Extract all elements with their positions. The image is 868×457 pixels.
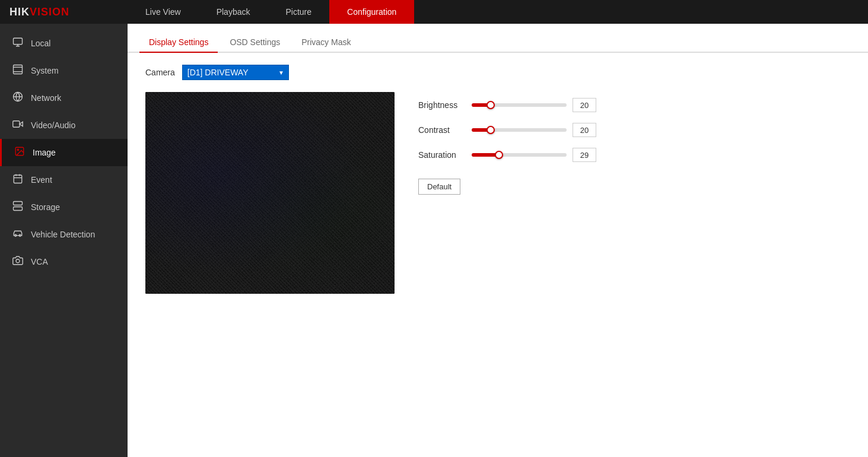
contrast-label: Contrast — [418, 125, 472, 135]
sidebar-label-image: Image — [33, 148, 56, 157]
sidebar-item-video-audio[interactable]: Video/Audio — [0, 112, 128, 139]
sidebar-item-local[interactable]: Local — [0, 30, 128, 57]
brightness-slider-thumb[interactable] — [487, 101, 495, 109]
network-icon — [12, 91, 24, 104]
sidebar-item-vehicle-detection[interactable]: Vehicle Detection — [0, 221, 128, 248]
sidebar-label-storage: Storage — [31, 202, 60, 212]
vca-icon — [12, 255, 24, 268]
camera-select-wrapper: [D1] DRIVEWAY [D2] FRONT [D3] BACK [D4] … — [182, 65, 289, 80]
svg-rect-7 — [13, 121, 20, 128]
camera-label: Camera — [145, 68, 175, 77]
contrast-value: 20 — [573, 123, 596, 137]
vehicle-icon — [12, 228, 24, 241]
logo: HIKVISION — [0, 6, 128, 18]
nav-items: Live View Playback Picture Configuration — [128, 0, 414, 24]
sidebar-label-system: System — [31, 66, 59, 75]
sidebar-label-local: Local — [31, 39, 50, 48]
saturation-row: Saturation 29 — [418, 148, 850, 162]
camera-select[interactable]: [D1] DRIVEWAY [D2] FRONT [D3] BACK [D4] … — [182, 65, 289, 80]
contrast-slider-thumb[interactable] — [487, 126, 495, 134]
nav-playback[interactable]: Playback — [199, 0, 268, 24]
contrast-slider-track[interactable] — [472, 128, 567, 132]
brightness-value: 20 — [573, 98, 596, 112]
brightness-slider-track[interactable] — [472, 103, 567, 107]
sidebar-item-event[interactable]: Event — [0, 166, 128, 193]
image-icon — [14, 146, 26, 159]
sidebar-label-vehicle-detection: Vehicle Detection — [31, 230, 95, 239]
svg-rect-22 — [145, 92, 395, 294]
sidebar-label-video-audio: Video/Audio — [31, 120, 75, 130]
contrast-row: Contrast 20 — [418, 123, 850, 137]
nav-configuration[interactable]: Configuration — [329, 0, 414, 24]
tab-display-settings[interactable]: Display Settings — [139, 33, 218, 53]
brightness-slider-container: 20 — [472, 98, 596, 112]
tab-privacy-mask[interactable]: Privacy Mask — [292, 33, 360, 53]
preview-lines-svg — [145, 92, 395, 294]
default-button[interactable]: Default — [418, 179, 460, 195]
tab-osd-settings[interactable]: OSD Settings — [220, 33, 290, 53]
nav-live-view[interactable]: Live View — [128, 0, 199, 24]
nav-picture[interactable]: Picture — [268, 0, 329, 24]
storage-icon — [12, 201, 24, 214]
saturation-slider-track[interactable] — [472, 153, 567, 157]
camera-row: Camera [D1] DRIVEWAY [D2] FRONT [D3] BAC… — [145, 65, 850, 80]
monitor-icon — [12, 37, 24, 50]
sidebar-item-image[interactable]: Image — [0, 139, 128, 166]
sidebar-label-vca: VCA — [31, 257, 48, 266]
sidebar-item-vca[interactable]: VCA — [0, 248, 128, 275]
top-navigation: HIKVISION Live View Playback Picture Con… — [0, 0, 868, 24]
tabs-bar: Display Settings OSD Settings Privacy Ma… — [128, 24, 868, 53]
sidebar-item-storage[interactable]: Storage — [0, 193, 128, 221]
sidebar-item-system[interactable]: System — [0, 57, 128, 84]
svg-rect-14 — [14, 202, 23, 205]
contrast-slider-container: 20 — [472, 123, 596, 137]
brightness-row: Brightness 20 — [418, 98, 850, 112]
system-icon — [12, 64, 24, 77]
display-settings-panel: Camera [D1] DRIVEWAY [D2] FRONT [D3] BAC… — [128, 53, 868, 306]
brightness-label: Brightness — [418, 100, 472, 110]
sidebar: Local System Network Video/Audio Image — [0, 24, 128, 457]
svg-rect-15 — [14, 207, 23, 211]
camera-preview — [145, 92, 395, 294]
sliders-panel: Brightness 20 Contrast — [418, 92, 850, 294]
video-icon — [12, 119, 24, 132]
main-layout: Local System Network Video/Audio Image — [0, 24, 868, 457]
saturation-slider-container: 29 — [472, 148, 596, 162]
svg-rect-0 — [14, 38, 23, 45]
sidebar-item-network[interactable]: Network — [0, 84, 128, 112]
svg-marker-6 — [20, 122, 23, 126]
content-area: Display Settings OSD Settings Privacy Ma… — [128, 24, 868, 457]
preview-image — [145, 92, 395, 294]
svg-rect-10 — [14, 175, 22, 183]
event-icon — [12, 173, 24, 186]
logo-text: HIKVISION — [9, 6, 69, 18]
svg-rect-1 — [14, 65, 23, 74]
saturation-value: 29 — [573, 148, 596, 162]
svg-point-9 — [17, 149, 18, 150]
saturation-slider-thumb[interactable] — [495, 151, 503, 159]
saturation-label: Saturation — [418, 150, 472, 160]
main-row: Brightness 20 Contrast — [145, 92, 850, 294]
sidebar-label-event: Event — [31, 175, 52, 185]
svg-point-20 — [16, 259, 20, 263]
sidebar-label-network: Network — [31, 93, 61, 103]
